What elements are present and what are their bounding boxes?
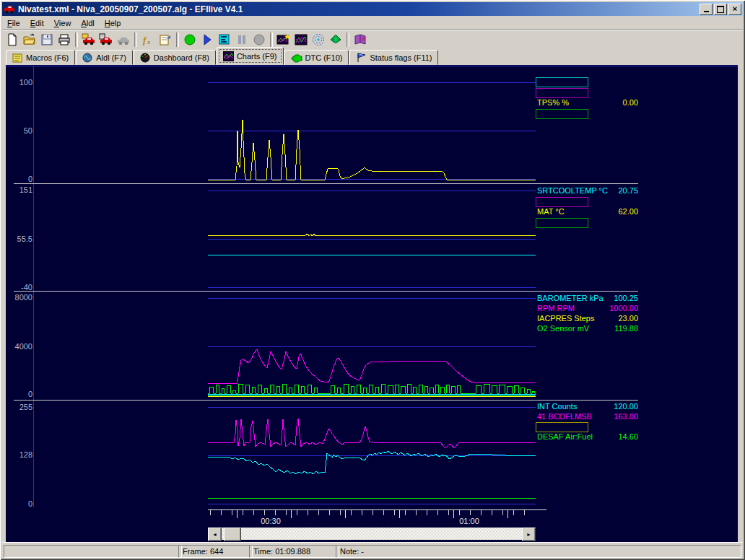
function-button[interactable]: fx [139, 32, 157, 48]
menu-edit[interactable]: Edit [25, 17, 49, 29]
car-disabled-icon [116, 33, 131, 46]
properties-button[interactable] [157, 32, 174, 48]
axis-tick: 128 [4, 450, 32, 459]
scroll-left-button[interactable]: ◄ [208, 528, 222, 541]
save-file-button[interactable] [38, 32, 56, 48]
param-label: O2 Sensor mV [537, 324, 592, 333]
tab-charts[interactable]: Charts (F9) [217, 47, 284, 65]
new-file-button[interactable] [4, 32, 21, 48]
param-slot-box[interactable] [536, 88, 588, 98]
help-button[interactable]: ? [352, 32, 369, 48]
time-tick-label: 00:30 [249, 517, 292, 525]
dashboard-gauge-icon [140, 53, 151, 63]
scroll-thumb[interactable] [224, 528, 241, 541]
macros-icon [12, 53, 23, 63]
save-log-button[interactable] [97, 32, 115, 48]
axis-tick: 8000 [4, 293, 32, 302]
tab-label: Dashboard (F8) [154, 53, 209, 62]
menu-file[interactable]: File [2, 17, 25, 29]
window-title: Nivatest.xml - Niva_20050907_200507.alg … [18, 4, 698, 14]
tab-label: Macros (F6) [26, 53, 69, 62]
param-value: 14.60 [593, 432, 638, 442]
open-folder-icon [23, 33, 36, 46]
new-chart-button[interactable] [275, 32, 292, 48]
param-value: 100.25 [604, 294, 638, 303]
close-button[interactable]: × [728, 4, 741, 15]
open-log-button[interactable] [80, 32, 97, 48]
param-value: 163.00 [592, 412, 638, 421]
param-value: 23.00 [594, 314, 638, 323]
tab-macros[interactable]: Macros (F6) [6, 50, 75, 65]
axis-tick: 0 [4, 390, 32, 398]
param-row-desaf[interactable]: DESAF Air:Fuel 14.60 [537, 432, 638, 442]
new-chart-icon [276, 33, 291, 46]
param-slot-box[interactable] [536, 109, 588, 119]
param-slot-box[interactable] [536, 197, 588, 207]
param-row-iacpres[interactable]: IACPRES Steps 23.00 [537, 314, 638, 323]
print-button[interactable] [56, 32, 73, 48]
charts-tab-icon [223, 51, 234, 61]
menu-aldl[interactable]: Aldl [76, 17, 99, 29]
log-disabled-button[interactable] [115, 32, 132, 48]
charts-button[interactable] [292, 32, 310, 48]
axis-tick: -40 [4, 283, 32, 292]
param-row-coolant[interactable]: SRTCOOLTEMP °C 20.75 [537, 186, 638, 196]
param-row-bcoflmsb[interactable]: 41 BCOFLMSB 163.00 [537, 412, 638, 421]
scroll-right-button[interactable]: ► [522, 528, 536, 541]
tab-dtc[interactable]: DTC (F10) [284, 50, 349, 65]
pause-button[interactable] [233, 32, 250, 48]
toolbar-separator [75, 32, 78, 47]
record-button[interactable] [181, 32, 199, 48]
status-time: Time: 01:09.888 [249, 545, 339, 558]
param-value: 1000.00 [592, 304, 638, 313]
maximize-button[interactable] [714, 4, 727, 15]
menu-bar: File Edit View Aldl Help [2, 16, 743, 30]
tab-label: Status flags (F11) [370, 53, 432, 62]
param-row-barometer[interactable]: BAROMETER kPa 100.25 [537, 294, 638, 303]
chart-horizontal-scrollbar[interactable]: ◄ ► [208, 528, 536, 540]
toolbar-separator [134, 32, 137, 47]
tab-dashboard[interactable]: Dashboard (F8) [134, 50, 216, 65]
dtc-engine-icon [291, 53, 302, 63]
app-car-icon [4, 4, 15, 15]
scan-target-icon [312, 33, 325, 46]
open-file-button[interactable] [21, 32, 38, 48]
param-row-o2[interactable]: O2 Sensor mV 119.88 [537, 324, 638, 333]
param-row-mat[interactable]: MAT °C 62.00 [537, 207, 638, 216]
menu-help[interactable]: Help [100, 17, 126, 29]
menu-view[interactable]: View [49, 17, 77, 29]
param-slot-box[interactable] [536, 218, 588, 228]
scan-target-button[interactable] [310, 32, 327, 48]
param-slot-box[interactable] [536, 422, 588, 432]
param-row-rpm[interactable]: RPM RPM 1000.00 [537, 304, 638, 313]
properties-icon [159, 33, 172, 46]
minimize-button[interactable] [700, 4, 713, 15]
toolbar-separator [270, 32, 273, 47]
fx-icon: fx [141, 33, 154, 46]
new-file-icon [6, 33, 19, 46]
param-row-tps[interactable]: TPS% % 0.00 [537, 98, 638, 108]
efilive-window: Nivatest.xml - Niva_20050907_200507.alg … [0, 0, 745, 560]
param-value: 0.00 [592, 98, 638, 108]
param-row-int[interactable]: INT Counts 120.00 [537, 402, 638, 411]
param-value: 20.75 [608, 186, 638, 196]
tab-status-flags[interactable]: Status flags (F11) [349, 50, 438, 65]
status-note: Note: - [336, 545, 741, 558]
stop-button[interactable] [250, 32, 268, 48]
axis-tick: 4000 [4, 342, 32, 351]
monitor-button[interactable] [216, 32, 233, 48]
param-value: 62.00 [592, 207, 638, 216]
param-label: MAT °C [537, 207, 592, 216]
axis-tick: 55.5 [4, 235, 32, 243]
charts-icon [295, 33, 308, 46]
tab-label: DTC (F10) [305, 53, 343, 62]
param-label: IACPRES Steps [537, 314, 594, 323]
tab-bar: Macros (F6) Aldl (F7) Dashboard (F8) Cha… [2, 48, 743, 65]
param-label: RPM RPM [537, 304, 592, 313]
tab-label: Aldl (F7) [96, 53, 126, 62]
toolbar-separator [176, 32, 179, 47]
param-slot-box[interactable] [536, 77, 588, 87]
fan-button[interactable] [327, 32, 344, 48]
tab-aldl[interactable]: Aldl (F7) [76, 50, 133, 65]
play-button[interactable] [199, 32, 216, 48]
